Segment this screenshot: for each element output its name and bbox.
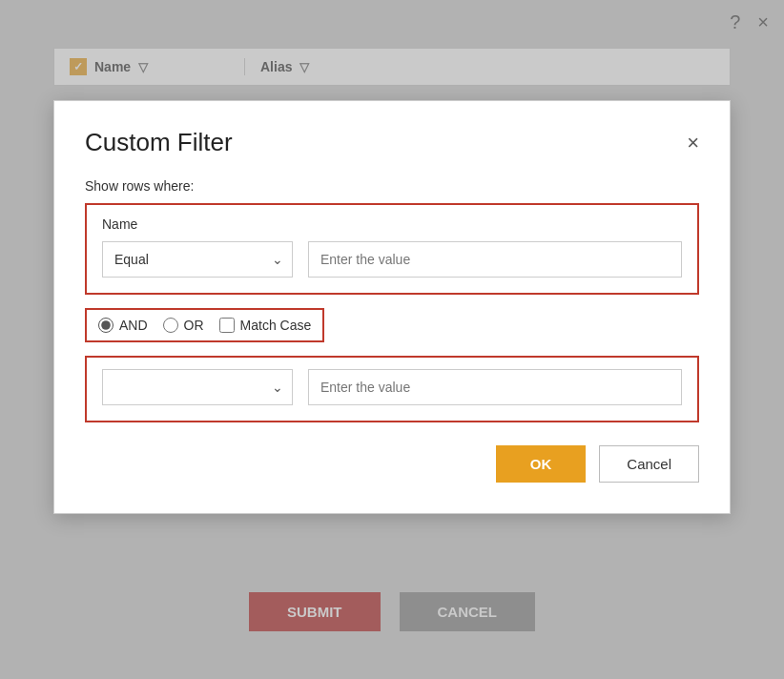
filter2-value-input[interactable] [308,369,682,405]
custom-filter-dialog: Custom Filter × Show rows where: Name Eq… [53,100,731,514]
filter1-row: Equal Not Equal Contains Does Not Contai… [102,241,682,278]
or-radio[interactable] [163,318,178,333]
filter1-operator-select[interactable]: Equal Not Equal Contains Does Not Contai… [102,241,293,278]
and-radio[interactable] [98,318,113,333]
filter1-operator-wrapper: Equal Not Equal Contains Does Not Contai… [102,241,293,278]
or-radio-group: OR [163,318,204,333]
and-radio-group: AND [98,318,148,333]
filter2-operator-wrapper: Equal Not Equal Contains Does Not Contai… [102,369,293,405]
logic-row: AND OR Match Case [85,308,324,342]
match-case-label[interactable]: Match Case [240,318,312,333]
filter1-field-label: Name [102,216,682,232]
match-case-group: Match Case [219,318,312,333]
or-label[interactable]: OR [184,318,204,333]
dialog-header: Custom Filter × [85,128,699,157]
cancel-button[interactable]: Cancel [599,445,699,483]
and-label[interactable]: AND [119,318,148,333]
dialog-title: Custom Filter [85,128,233,157]
dialog-footer: OK Cancel [85,445,699,483]
filter2-operator-select[interactable]: Equal Not Equal Contains Does Not Contai… [102,369,293,405]
filter1-value-input[interactable] [308,241,682,278]
filter-box-1: Name Equal Not Equal Contains Does Not C… [85,203,699,295]
dialog-close-button[interactable]: × [687,133,699,154]
show-rows-label: Show rows where: [85,178,699,194]
filter-box-2: Equal Not Equal Contains Does Not Contai… [85,356,699,422]
match-case-checkbox[interactable] [219,318,235,333]
filter2-row: Equal Not Equal Contains Does Not Contai… [102,369,682,405]
ok-button[interactable]: OK [496,445,587,483]
